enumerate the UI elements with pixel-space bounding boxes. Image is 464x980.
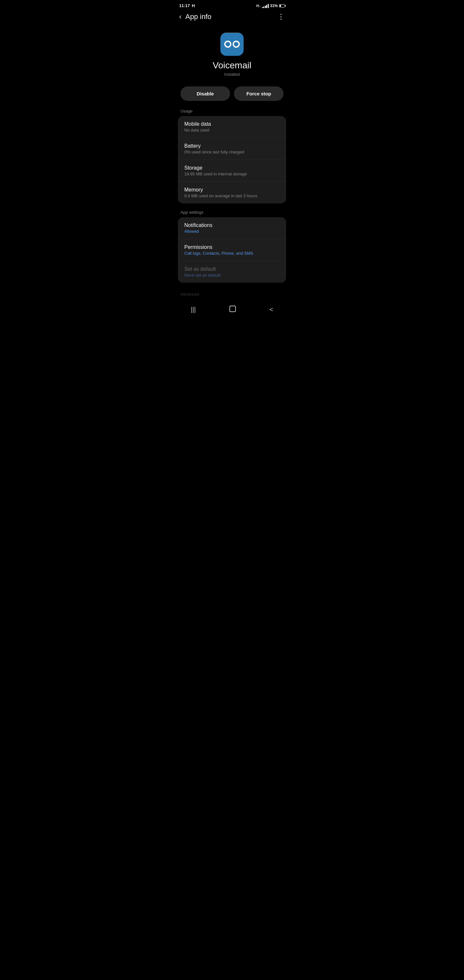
usage-section-label: Usage [174,109,290,113]
app-settings-card: Notifications Allowed Permissions Call l… [178,217,286,283]
permissions-row[interactable]: Permissions Call logs, Contacts, Phone, … [178,239,286,261]
usage-card: Mobile data No data used Battery 0% used… [178,116,286,204]
nav-back-button[interactable]: < [264,305,278,315]
bottom-nav: ||| < [174,300,290,319]
set-as-default-subtitle: None set as default [184,273,280,278]
mobile-data-row[interactable]: Mobile data No data used [178,116,286,138]
signal-bar-1 [262,7,263,8]
notifications-title: Notifications [184,223,280,228]
app-icon-area: Voicemail Installed [174,26,290,86]
mobile-data-subtitle: No data used [184,128,280,132]
battery-icon [279,4,285,7]
page-title: App info [185,13,211,21]
memory-subtitle: 9.9 MB used on average in last 3 hours [184,193,280,198]
top-bar: ‹ App info ⋮ [174,10,290,26]
battery-subtitle: 0% used since last fully charged [184,150,280,154]
notifications-row[interactable]: Notifications Allowed [178,217,286,239]
signal-bar-5 [268,4,269,8]
force-stop-button[interactable]: Force stop [234,86,284,101]
nav-home-button[interactable] [224,304,241,315]
voicemail-circle-right [233,41,240,48]
signal-bar-2 [263,6,264,8]
permissions-subtitle: Call logs, Contacts, Phone, and SMS [184,251,280,256]
back-nav-icon: < [269,306,273,313]
disable-button[interactable]: Disable [180,86,230,101]
back-button[interactable]: ‹ [179,13,181,21]
network-h2-icon: H↓ [256,4,261,8]
mobile-data-title: Mobile data [184,121,280,127]
home-square-icon [229,305,236,312]
menu-icon: ||| [191,306,196,313]
signal-bars [262,3,269,8]
status-bar: 11:17 H H↓ 31% [174,0,290,10]
status-left: 11:17 H [179,3,195,8]
voicemail-icon [224,41,240,48]
notifications-subtitle: Allowed [184,229,280,234]
battery-row[interactable]: Battery 0% used since last fully charged [178,138,286,160]
storage-subtitle: 19.95 MB used in internal storage [184,172,280,177]
battery-fill [280,5,281,7]
network-h-icon: H [192,3,194,8]
app-name: Voicemail [213,60,251,71]
set-as-default-title: Set as default [184,266,280,272]
signal-bar-4 [266,5,267,8]
set-as-default-row[interactable]: Set as default None set as default [178,261,286,283]
storage-row[interactable]: Storage 19.95 MB used in internal storag… [178,160,286,182]
app-install-status: Installed [224,72,240,77]
partially-visible-section: Advanced [174,289,290,297]
voicemail-circle-left [224,41,231,48]
battery-title: Battery [184,143,280,149]
memory-row[interactable]: Memory 9.9 MB used on average in last 3 … [178,182,286,204]
storage-title: Storage [184,165,280,171]
battery-percent: 31% [270,3,278,8]
permissions-title: Permissions [184,244,280,250]
app-icon [221,33,243,56]
more-options-button[interactable]: ⋮ [277,13,285,21]
action-buttons: Disable Force stop [174,86,290,101]
nav-menu-button[interactable]: ||| [186,305,201,315]
signal-bar-3 [265,6,266,8]
memory-title: Memory [184,187,280,193]
app-settings-section-label: App settings [174,210,290,215]
status-time: 11:17 [179,3,190,8]
status-right: H↓ 31% [256,3,285,8]
top-bar-left: ‹ App info [179,13,211,21]
